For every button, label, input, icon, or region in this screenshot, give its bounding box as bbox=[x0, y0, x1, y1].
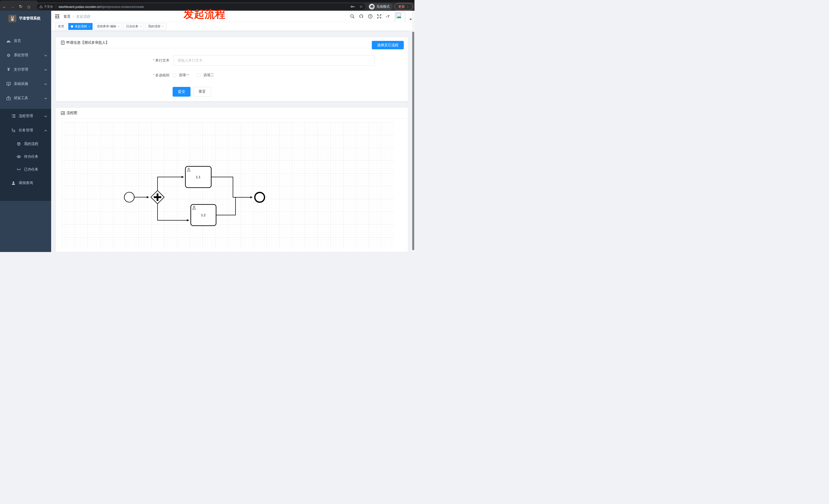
browser-tab[interactable] bbox=[0, 1, 38, 2]
sidebar-item-label: 任务管理 bbox=[19, 128, 41, 133]
search-icon[interactable] bbox=[350, 14, 355, 18]
required-asterisk: * bbox=[153, 58, 154, 62]
tag-home[interactable]: 首页 bbox=[56, 23, 67, 30]
sidebar-collapse-button[interactable] bbox=[55, 14, 60, 18]
bpmn-user-task-1-2[interactable]: 1.2 bbox=[191, 204, 216, 226]
forward-button[interactable]: → bbox=[9, 3, 16, 10]
chevron-down-icon bbox=[44, 53, 47, 57]
font-size-icon[interactable]: TT bbox=[386, 14, 391, 18]
breadcrumb-current: 发起流程 bbox=[76, 14, 91, 19]
avatar-caret-icon[interactable] bbox=[409, 18, 412, 20]
gear-icon: ⚙ bbox=[6, 53, 11, 58]
close-icon[interactable]: × bbox=[140, 25, 141, 28]
sidebar-item-my-process[interactable]: 我的流程 bbox=[0, 138, 51, 150]
close-icon[interactable]: × bbox=[162, 25, 164, 28]
yen-icon: ¥ bbox=[6, 67, 11, 72]
reset-button[interactable]: 重置 bbox=[193, 87, 211, 96]
breadcrumb-home[interactable]: 首页 bbox=[63, 14, 71, 19]
app-logo: 🐰 bbox=[8, 15, 16, 22]
reload-button[interactable]: ↻ bbox=[17, 3, 25, 10]
annotation-overlay-text: 发起流程 bbox=[184, 7, 260, 21]
sidebar-item-label: 已办任务 bbox=[24, 167, 51, 172]
tag-done-tasks[interactable]: 已办任务× bbox=[123, 23, 144, 30]
bookmark-star-icon[interactable]: ☆ bbox=[360, 4, 363, 9]
checkbox-icon[interactable] bbox=[197, 73, 201, 77]
toolbox-icon bbox=[6, 96, 11, 100]
sidebar-item-done-tasks[interactable]: 已办任务 bbox=[0, 163, 51, 176]
sidebar-item-leave-query[interactable]: 请假查询 bbox=[0, 176, 51, 190]
chevron-up-icon bbox=[44, 128, 47, 132]
key-icon[interactable] bbox=[350, 4, 355, 9]
bpmn-start-event[interactable] bbox=[124, 192, 134, 202]
chevron-down-icon bbox=[44, 82, 47, 86]
browser-update-button[interactable]: 更新 ⋮ bbox=[395, 3, 413, 10]
back-button[interactable]: ← bbox=[1, 3, 8, 10]
github-icon[interactable] bbox=[359, 14, 364, 18]
sidebar-item-label: 系统管理 bbox=[14, 53, 41, 57]
tag-label: 发起流程 bbox=[75, 24, 87, 29]
apply-card-header: 申请信息【测试多审批人】 bbox=[56, 37, 408, 48]
edge-task2-to-join bbox=[216, 197, 236, 215]
edge-gateway-to-task2 bbox=[157, 204, 189, 220]
sidebar-item-label: 流程管理 bbox=[19, 114, 41, 118]
fullscreen-icon[interactable] bbox=[377, 14, 382, 18]
checkbox-icon[interactable] bbox=[173, 73, 176, 77]
scrollbar-thumb[interactable] bbox=[412, 32, 414, 250]
tag-create-process[interactable]: 发起流程× bbox=[68, 23, 93, 30]
bpmn-user-task-1-1[interactable]: 1.1 bbox=[185, 166, 211, 188]
tag-label: 已办任务 bbox=[126, 24, 138, 29]
tag-form-edit[interactable]: 流程表单-编辑× bbox=[94, 23, 122, 30]
kebab-menu-icon[interactable]: ⋮ bbox=[406, 5, 409, 8]
bpmn-parallel-gateway[interactable] bbox=[151, 191, 164, 204]
not-secure-warning[interactable]: 不安全 bbox=[39, 5, 53, 9]
bpmn-canvas[interactable]: 1.1 1.2 bbox=[62, 122, 394, 249]
checkbox-group-label: *多选框组 bbox=[118, 70, 170, 80]
sidebar-item-label: 请假查询 bbox=[19, 181, 51, 185]
dashboard-icon bbox=[6, 39, 11, 43]
svg-text:?: ? bbox=[369, 15, 371, 18]
checkbox-label: 选项一 bbox=[179, 73, 189, 77]
checkbox-option-2[interactable]: 选项二 bbox=[197, 73, 214, 78]
sidebar-item-label: 我的流程 bbox=[24, 142, 51, 146]
sidebar-item-system[interactable]: ⚙ 系统管理 bbox=[0, 48, 51, 62]
help-icon[interactable]: ? bbox=[368, 14, 372, 18]
text-field-label: *单行文本 bbox=[118, 55, 170, 66]
broken-image-icon bbox=[396, 13, 402, 19]
sidebar-item-todo-tasks[interactable]: 待办任务 bbox=[0, 150, 51, 163]
close-icon[interactable]: × bbox=[118, 25, 119, 28]
sidebar-item-infrastructure[interactable]: 基础设施 bbox=[0, 77, 51, 91]
chevron-down-icon bbox=[44, 96, 47, 100]
sidebar-item-label: 研发工具 bbox=[14, 96, 41, 101]
monitor-icon bbox=[6, 82, 11, 86]
single-line-text-input[interactable] bbox=[173, 55, 375, 66]
sidebar-item-label: 待办任务 bbox=[24, 154, 51, 159]
app-logo-row[interactable]: 🐰 芋道管理系统 bbox=[0, 11, 51, 26]
sidebar-item-payment[interactable]: ¥ 支付管理 bbox=[0, 62, 51, 77]
home-button[interactable]: ⌂ bbox=[25, 3, 33, 10]
eye-closed-icon bbox=[16, 168, 21, 171]
sidebar-item-dev-tools[interactable]: 研发工具 bbox=[0, 91, 51, 105]
bpmn-diagram: 1.1 1.2 bbox=[62, 122, 394, 249]
sidebar-item-task-mgmt[interactable]: 任务管理 bbox=[0, 123, 51, 138]
sidebar-item-process-mgmt[interactable]: 流程管理 bbox=[0, 109, 51, 123]
edge-task1-to-end bbox=[211, 177, 252, 198]
tag-my-process[interactable]: 我的流程× bbox=[145, 23, 166, 30]
url-path: /bpm/process-instance/create bbox=[100, 5, 144, 9]
chevron-down-icon bbox=[44, 68, 47, 72]
app-title: 芋道管理系统 bbox=[19, 16, 40, 21]
sidebar-item-home[interactable]: 首页 bbox=[0, 34, 51, 48]
page-scrollbar[interactable] bbox=[412, 11, 414, 252]
checkbox-option-1[interactable]: 选项一 bbox=[173, 73, 189, 78]
submit-button[interactable]: 提交 bbox=[173, 87, 190, 96]
robot-face-icon bbox=[16, 142, 21, 146]
bpmn-end-event[interactable] bbox=[255, 192, 265, 202]
incognito-label: 无痕模式 bbox=[376, 4, 390, 9]
select-other-process-button[interactable]: 选择其它流程 bbox=[372, 41, 404, 49]
sidebar: 🐰 芋道管理系统 首页 ⚙ 系统管理 ¥ 支付管理 基础设施 研发工具 工作流程… bbox=[0, 11, 51, 252]
avatar[interactable] bbox=[395, 12, 405, 22]
breadcrumb-separator: / bbox=[73, 14, 74, 18]
chevron-down-icon bbox=[44, 114, 47, 118]
close-icon[interactable]: × bbox=[88, 25, 90, 28]
svg-text:T: T bbox=[388, 14, 390, 18]
checkbox-label: 选项二 bbox=[203, 73, 214, 77]
